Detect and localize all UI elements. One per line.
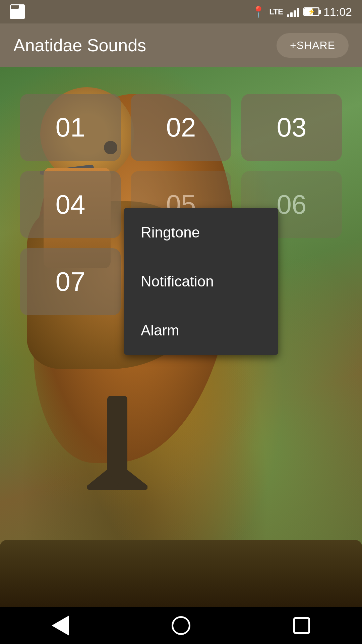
context-menu-alarm[interactable]: Alarm [124, 306, 278, 355]
context-menu-ringtone[interactable]: Ringtone [124, 208, 278, 257]
signal-bars [287, 6, 299, 17]
nav-home-icon [172, 616, 190, 635]
status-bar-right: 📍 LTE ⚡ 11:02 [252, 5, 352, 18]
nav-bar [0, 607, 362, 644]
app-title: Anatidae Sounds [13, 35, 146, 55]
nav-recent-icon [293, 617, 310, 634]
battery-icon: ⚡ [303, 7, 319, 16]
app-bar: Anatidae Sounds +SHARE [0, 23, 362, 67]
status-time: 11:02 [323, 5, 352, 18]
main-content: 01 02 03 04 05 06 07 Ringtone Notificati… [0, 67, 362, 607]
context-menu-overlay: Ringtone Notification Alarm [0, 67, 362, 607]
location-icon: 📍 [252, 5, 265, 18]
nav-home-button[interactable] [161, 612, 201, 639]
nav-recent-button[interactable] [282, 612, 322, 639]
share-button[interactable]: +SHARE [277, 33, 349, 58]
status-bar: 📍 LTE ⚡ 11:02 [0, 0, 362, 23]
context-menu-notification[interactable]: Notification [124, 257, 278, 306]
sd-card-icon [10, 4, 25, 19]
status-bar-left [10, 4, 25, 19]
lte-icon: LTE [269, 7, 283, 16]
nav-back-button[interactable] [40, 612, 80, 639]
context-menu: Ringtone Notification Alarm [124, 208, 278, 355]
nav-back-icon [52, 615, 69, 636]
